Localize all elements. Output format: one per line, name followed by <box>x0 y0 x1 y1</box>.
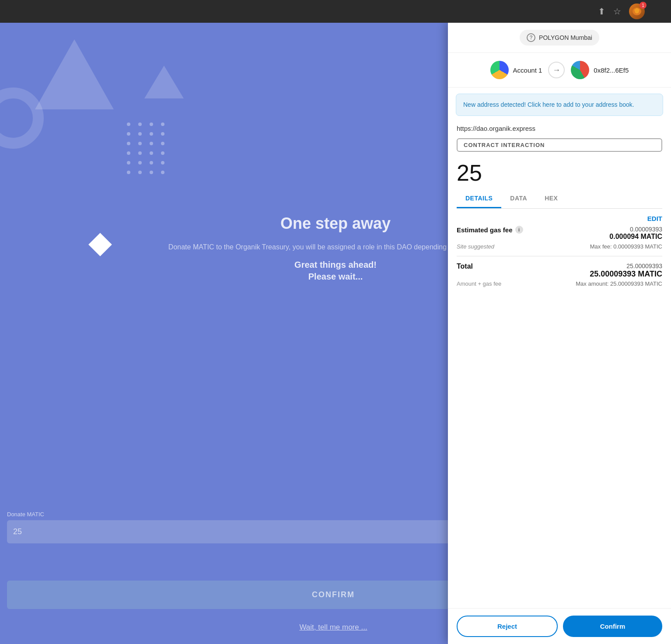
transaction-amount: 25 <box>448 158 671 189</box>
total-main-value: 25.00009393 MATIC <box>590 270 662 279</box>
max-amount-value: Max amount: 25.00009393 MATIC <box>576 280 662 287</box>
accounts-row: Account 1 → 0x8f2...6Ef5 <box>448 53 671 88</box>
mm-confirm-button[interactable]: Confirm <box>563 616 662 637</box>
transfer-arrow-icon: → <box>548 62 565 78</box>
tab-hex[interactable]: HEX <box>536 189 566 208</box>
browser-toolbar: ⬆ ☆ 1 <box>0 0 671 23</box>
from-account-label: Account 1 <box>513 66 542 74</box>
gas-fee-values: 0.00009393 0.000094 MATIC <box>609 226 662 241</box>
site-url: https://dao.organik.express <box>448 122 671 136</box>
to-avatar <box>571 61 589 79</box>
gas-fee-small-value: 0.00009393 <box>609 226 662 233</box>
to-account: 0x8f2...6Ef5 <box>571 61 629 79</box>
tab-details[interactable]: DETAILS <box>457 189 501 208</box>
gas-fee-info-icon[interactable]: i <box>515 226 523 234</box>
to-account-address: 0x8f2...6Ef5 <box>594 66 629 74</box>
edit-button[interactable]: EDIT <box>647 215 662 222</box>
details-tabs: DETAILS DATA HEX <box>457 189 662 209</box>
total-small-value: 25.00009393 <box>590 262 662 270</box>
reject-button[interactable]: Reject <box>457 616 558 637</box>
gas-suggested-label: Site suggested <box>457 243 494 250</box>
amount-gas-label: Amount + gas fee <box>457 280 501 287</box>
details-content: EDIT Estimated gas fee i 0.00009393 0.00… <box>448 209 671 293</box>
share-icon[interactable]: ⬆ <box>598 6 605 17</box>
total-label: Total <box>457 262 473 270</box>
triangle-small-decoration <box>144 66 184 98</box>
tab-data[interactable]: DATA <box>501 189 536 208</box>
total-values: 25.00009393 25.00009393 MATIC <box>590 262 662 279</box>
edit-row: EDIT <box>457 215 662 222</box>
total-sub-row: Amount + gas fee Max amount: 25.00009393… <box>457 280 662 287</box>
fee-divider <box>457 256 662 256</box>
new-address-banner[interactable]: New address detected! Click here to add … <box>456 94 663 116</box>
metamask-avatar[interactable]: 1 <box>629 4 645 19</box>
from-avatar <box>490 61 509 79</box>
bookmark-icon[interactable]: ☆ <box>613 6 621 17</box>
dot-grid-decoration <box>127 122 166 174</box>
mm-header: ? POLYGON Mumbai <box>448 23 671 53</box>
gas-fee-main-value: 0.000094 MATIC <box>609 233 662 241</box>
triangle-large-decoration <box>35 39 114 109</box>
gas-fee-text: Estimated gas fee <box>457 226 513 234</box>
contract-interaction-tag: CONTRACT INTERACTION <box>457 138 662 152</box>
network-label: POLYGON Mumbai <box>539 34 592 41</box>
notification-badge: 1 <box>640 2 647 9</box>
network-selector-button[interactable]: ? POLYGON Mumbai <box>520 30 599 46</box>
gas-fee-row: Estimated gas fee i 0.00009393 0.000094 … <box>457 226 662 241</box>
metamask-popup: ? POLYGON Mumbai Account 1 → 0x8f2...6Ef… <box>448 23 671 644</box>
mm-footer: Reject Confirm <box>448 608 671 644</box>
gas-max-fee: Max fee: 0.00009393 MATIC <box>590 243 662 250</box>
from-account: Account 1 <box>490 61 542 79</box>
question-icon: ? <box>527 33 535 42</box>
total-row: Total 25.00009393 25.00009393 MATIC <box>457 262 662 279</box>
gas-sub-row: Site suggested Max fee: 0.00009393 MATIC <box>457 243 662 250</box>
gas-fee-label-container: Estimated gas fee i <box>457 226 523 234</box>
new-address-text: New address detected! Click here to add … <box>463 101 634 108</box>
